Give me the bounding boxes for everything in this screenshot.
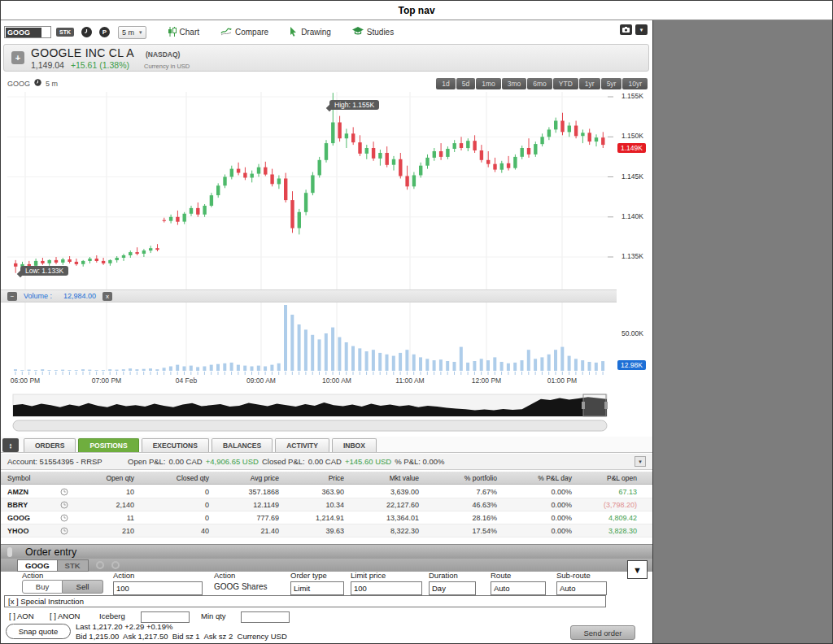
status-circle-2	[111, 561, 120, 569]
time-tick-label: 11:00 AM	[386, 376, 434, 385]
close-volume-button[interactable]: x	[102, 292, 112, 301]
interval-value: 5 m	[122, 28, 134, 37]
iceberg-input[interactable]	[141, 611, 190, 623]
chart-menu-caret-icon[interactable]: ▾	[635, 24, 648, 35]
panel-selector-button[interactable]: ▴▾	[2, 438, 19, 452]
column-header-closed-qty[interactable]: Closed qty	[137, 474, 212, 482]
time-tick-label: 01:00 PM	[538, 376, 587, 385]
range-button-6mo[interactable]: 6mo	[527, 78, 552, 89]
special-instruction-text: [x ] Special Instruction	[8, 597, 84, 606]
column-header-price[interactable]: Price	[282, 474, 347, 482]
add-symbol-button[interactable]: +	[11, 51, 24, 64]
table-row-bbry[interactable]: BBRY2,140012.114910.3422,127.6046.63%0.0…	[1, 498, 652, 511]
anon-checkbox[interactable]: [ ] ANON	[50, 611, 80, 620]
sell-button[interactable]: Sell	[63, 580, 103, 594]
range-button-3mo[interactable]: 3mo	[502, 78, 527, 89]
studies-tool-button[interactable]: Studies	[352, 27, 394, 37]
chart-tool-button[interactable]: Chart	[168, 27, 199, 38]
time-tick-label: 10:00 AM	[312, 376, 361, 385]
drawing-tool-button[interactable]: Drawing	[290, 27, 331, 38]
top-nav-title: Top nav	[398, 5, 434, 16]
tab-orders[interactable]: ORDERS	[24, 438, 76, 452]
high-tooltip: High: 1.155K	[329, 100, 379, 110]
special-instruction-box[interactable]: [x ] Special Instruction	[4, 595, 606, 607]
chart-scrollbar[interactable]	[13, 420, 607, 431]
snapshot-camera-icon[interactable]	[620, 24, 632, 35]
field-input-sub-route[interactable]	[556, 581, 607, 595]
buy-button[interactable]: Buy	[22, 580, 63, 594]
compare-icon	[220, 27, 232, 37]
field-label: Limit price	[351, 571, 422, 580]
column-header--portfolio[interactable]: % portfolio	[422, 474, 500, 482]
last-price-badge: 1.149K	[617, 143, 646, 153]
order-field-5: Duration	[429, 571, 476, 595]
send-order-button[interactable]: Send order	[570, 625, 635, 640]
mkt-value-cell: 8,322.30	[347, 527, 422, 535]
candlestick-icon	[168, 27, 177, 38]
range-button-1yr[interactable]: 1yr	[579, 78, 600, 89]
account-dropdown-icon[interactable]: ▾	[635, 456, 646, 467]
navigator-handle[interactable]	[583, 394, 606, 416]
field-input-limit-price[interactable]	[351, 581, 422, 595]
time-tick-label: 04 Feb	[162, 376, 211, 385]
field-input-route[interactable]	[491, 581, 546, 595]
order-entry-titlebar[interactable]: Order entry	[1, 544, 652, 559]
column-header-p-l-open[interactable]: P&L open	[575, 474, 640, 482]
column-header-mkt-value[interactable]: Mkt value	[347, 474, 422, 482]
range-button-1mo[interactable]: 1mo	[476, 78, 501, 89]
range-button-1d[interactable]: 1d	[436, 78, 455, 89]
field-input-duration[interactable]	[429, 581, 476, 595]
low-tooltip: Low: 1.133K	[20, 266, 68, 276]
tab-positions[interactable]: POSITIONS	[78, 438, 138, 452]
top-nav: Top nav	[1, 1, 832, 20]
table-row-goog[interactable]: GOOG110777.691,214.9113,364.0128.16%0.00…	[1, 511, 652, 524]
column-header-avg-price[interactable]: Avg price	[212, 474, 282, 482]
table-row-yhoo[interactable]: YHOO2104021.4039.638,322.3017.54%0.00%3,…	[1, 524, 652, 537]
order-asset-tab[interactable]: STK	[58, 559, 89, 572]
interval-select[interactable]: 5 m ▾	[118, 26, 146, 39]
field-input-action[interactable]	[113, 581, 203, 595]
min-qty-input[interactable]	[241, 611, 290, 623]
symbol-cell: GOOG	[1, 514, 48, 522]
pl-open-cell: 3,828.30	[575, 527, 640, 535]
tab-activity[interactable]: ACTIVITY	[275, 438, 329, 452]
pl-open-cell: (3,798.20)	[575, 501, 640, 509]
price-axis: 1.149K 50.00K 12.98K 1.155K1.150K1.145K1…	[616, 74, 652, 434]
closed-qty-cell: 0	[137, 488, 212, 496]
range-button-YTD[interactable]: YTD	[553, 78, 578, 89]
tab-executions[interactable]: EXECUTIONS	[142, 438, 209, 452]
period-icon[interactable]: P	[99, 27, 110, 37]
avg-price-cell: 21.40	[212, 527, 282, 535]
mkt-value-cell: 3,639.00	[347, 488, 422, 496]
collapse-volume-button[interactable]: −	[7, 292, 17, 301]
positions-table: AMZN100357.1868363.903,639.007.67%0.00%6…	[1, 485, 652, 537]
field-label: Action	[113, 571, 203, 580]
clock-icon[interactable]	[81, 27, 92, 37]
open-qty-cell: 11	[81, 514, 137, 522]
studies-tool-label: Studies	[367, 28, 394, 37]
status-circle-1	[96, 561, 104, 569]
volume-header: − Volume : 12,984.00 x	[1, 289, 617, 302]
closed-pl-label: Closed P&L:	[262, 457, 305, 466]
range-button-5d[interactable]: 5d	[456, 78, 475, 89]
table-row-amzn[interactable]: AMZN100357.1868363.903,639.007.67%0.00%6…	[1, 485, 652, 498]
tab-inbox[interactable]: INBOX	[332, 438, 377, 452]
avg-price-cell: 12.1149	[212, 501, 282, 509]
snap-quote-button[interactable]: Snap quote	[6, 624, 71, 639]
time-axis: 06:00 PM07:00 PM04 Feb09:00 AM10:00 AM11…	[1, 376, 616, 386]
column-header--p-l-day[interactable]: % P&L day	[500, 474, 575, 482]
pct-pl-day-cell: 0.00%	[500, 488, 575, 496]
tab-balances[interactable]: BALANCES	[212, 438, 273, 452]
account-label: Account: 51554395 - RRSP	[7, 457, 128, 466]
aon-checkbox[interactable]: [ ] AON	[9, 611, 34, 620]
column-header-open-qty[interactable]: Open qty	[81, 474, 137, 482]
field-input-order-type[interactable]	[290, 581, 344, 595]
compare-tool-button[interactable]: Compare	[220, 27, 268, 37]
column-header-symbol[interactable]: Symbol	[1, 474, 81, 482]
order-symbol-tab[interactable]: GOOG	[17, 559, 58, 572]
drawing-tool-label: Drawing	[301, 28, 331, 37]
volume-value: 12,984.00	[63, 292, 96, 300]
order-field-6: Route	[491, 571, 546, 595]
symbol-input[interactable]: GOOG	[4, 26, 51, 38]
field-label: Duration	[429, 571, 476, 580]
